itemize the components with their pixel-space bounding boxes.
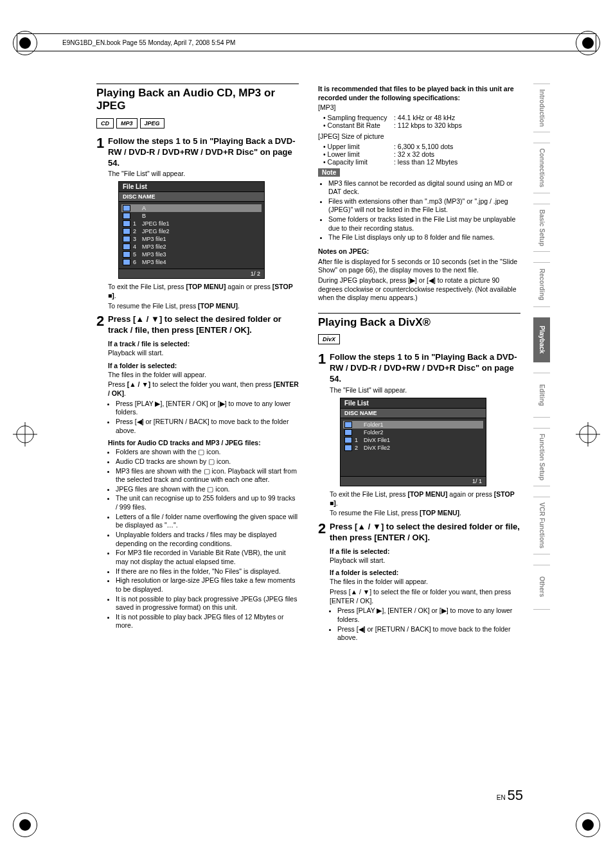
badge-divx: DivX xyxy=(318,334,340,344)
jpeg-notes-2: During JPEG playback, press [▶] or [◀] t… xyxy=(318,276,520,303)
file-list-row: 1DivX File1 xyxy=(343,436,483,444)
list-item: The unit can recognise up to 255 folders… xyxy=(116,494,299,511)
mp3-icon xyxy=(123,244,130,250)
list-item: Press [PLAY ▶], [ENTER / OK] or [▶] to m… xyxy=(116,400,299,417)
list-item: MP3 files are shown with the ▢ icon. Pla… xyxy=(116,467,299,484)
title-divx: Playing Back a DivX® xyxy=(318,313,520,329)
registration-mark-right xyxy=(576,422,600,447)
step-1-text: Follow the steps 1 to 5 in "Playing Back… xyxy=(108,136,299,169)
tab-editing[interactable]: Editing xyxy=(533,373,550,418)
list-item: Files with extensions other than ".mp3 (… xyxy=(328,197,520,215)
crop-mark-br xyxy=(576,813,600,837)
folder-icon xyxy=(344,421,352,428)
file-list-row: Folder2 xyxy=(343,429,483,436)
file-list-box: File List DISC NAME A B 1JPEG file1 2JPE… xyxy=(118,181,265,279)
step-number-2: 2 xyxy=(318,522,330,544)
spec-row: Sampling frequency44.1 kHz or 48 kHz xyxy=(318,114,520,121)
divx-step-1-note: The "File List" will appear. xyxy=(318,386,520,394)
tab-introduction[interactable]: Introduction xyxy=(533,84,550,132)
divx-folder-selected-head: If a folder is selected: xyxy=(330,569,520,576)
step-number-2: 2 xyxy=(96,314,108,336)
jpeg-icon xyxy=(123,220,130,227)
divx-step-2-text: Press [▲ / ▼] to select the desired fold… xyxy=(330,522,520,544)
spec-row: Capacity limitless than 12 Mbytes xyxy=(318,158,520,166)
track-selected-body: Playback will start. xyxy=(108,349,299,358)
list-item: For MP3 file recorded in Variable Bit Ra… xyxy=(116,549,299,566)
tab-others[interactable]: Others xyxy=(533,565,550,610)
list-item: Audio CD tracks are shown by ▢ icon. xyxy=(116,457,299,466)
note-tag: Note xyxy=(318,168,340,177)
crop-mark-tl xyxy=(13,31,37,55)
page-lang: EN xyxy=(497,794,506,801)
list-item: Letters of a file / folder name overflow… xyxy=(116,513,299,530)
nav-bullets: Press [PLAY ▶], [ENTER / OK] or [▶] to m… xyxy=(96,400,299,436)
divx-folder-body1: The files in the folder will appear. xyxy=(330,578,520,587)
file-list-row: A xyxy=(121,204,262,212)
crop-mark-tr xyxy=(576,31,600,55)
spec-row: Constant Bit Rate112 kbps to 320 kbps xyxy=(318,121,520,129)
list-item: Press [PLAY ▶], [ENTER / OK] or [▶] to m… xyxy=(337,607,520,624)
divx-exit-text: To exit the File List, press [TOP MENU] … xyxy=(330,490,520,508)
left-column: Playing Back an Audio CD, MP3 or JPEG CD… xyxy=(96,84,299,644)
page-number: EN 55 xyxy=(497,787,523,804)
crop-header-text: E9NG1BD_EN.book Page 55 Monday, April 7,… xyxy=(62,39,235,46)
right-column: It is recommended that files to be playe… xyxy=(318,84,520,644)
file-list-row: 6MP3 file4 xyxy=(121,258,262,266)
spec-row: Lower limit32 x 32 dots xyxy=(318,150,520,158)
list-item: Press [◀] or [RETURN / BACK] to move bac… xyxy=(337,625,520,642)
mp3-icon xyxy=(123,251,130,258)
list-item: High resolution or large-size JPEG files… xyxy=(116,576,299,594)
folder-selected-head: If a folder is selected: xyxy=(108,362,299,369)
jpeg-icon xyxy=(123,228,130,235)
resume-file-list-text: To resume the File List, press [TOP MENU… xyxy=(108,302,299,311)
file-list-subtitle: DISC NAME xyxy=(341,409,486,418)
tab-vcr-functions[interactable]: VCR Functions xyxy=(533,497,550,554)
jpeg-notes-head: Notes on JPEG: xyxy=(318,247,520,256)
divx-folder-body2: Press [▲ / ▼] to select the file or fold… xyxy=(330,588,520,605)
step-1-note: The "File List" will appear. xyxy=(96,170,299,177)
list-item: JPEG files are shown with the ▢ icon. xyxy=(116,485,299,494)
file-list-title: File List xyxy=(119,182,264,192)
badge-cd: CD xyxy=(96,118,114,128)
list-item: Press [◀] or [RETURN / BACK] to move bac… xyxy=(116,418,299,435)
folder-icon xyxy=(344,429,352,436)
mp3-icon xyxy=(123,236,130,242)
list-item: Folders are shown with the ▢ icon. xyxy=(116,448,299,457)
tab-basic-setup[interactable]: Basic Setup xyxy=(533,204,550,252)
divx-step-1-text: Follow the steps 1 to 5 in "Playing Back… xyxy=(330,352,520,385)
divx-file-list-box: File List DISC NAME Folder1 Folder2 1Div… xyxy=(340,398,486,486)
crop-header: E9NG1BD_EN.book Page 55 Monday, April 7,… xyxy=(17,33,596,51)
list-item: Some folders or tracks listed in the Fil… xyxy=(328,215,520,233)
file-list-title: File List xyxy=(341,398,486,409)
tab-function-setup[interactable]: Function Setup xyxy=(533,428,550,486)
file-list-row: 2DivX File2 xyxy=(343,444,483,452)
list-item: It is not possible to play back progress… xyxy=(116,595,299,612)
badge-jpeg: JPEG xyxy=(140,118,164,128)
step-2-text: Press [▲ / ▼] to select the desired fold… xyxy=(108,314,299,336)
tab-recording[interactable]: Recording xyxy=(533,262,550,307)
exit-file-list-text: To exit the File List, press [TOP MENU] … xyxy=(108,283,299,300)
divx-nav-bullets: Press [PLAY ▶], [ENTER / OK] or [▶] to m… xyxy=(318,607,520,642)
badge-mp3: MP3 xyxy=(116,118,138,128)
tab-playback[interactable]: Playback xyxy=(533,317,550,362)
file-list-row: 4MP3 file2 xyxy=(121,243,262,251)
disc-badges: CD MP3 JPEG xyxy=(96,118,299,128)
divx-resume-text: To resume the File List, press [TOP MENU… xyxy=(330,509,520,518)
list-item: If there are no files in the folder, "No… xyxy=(116,567,299,576)
folder-selected-body2: Press [▲ / ▼] to select the folder you w… xyxy=(108,380,299,398)
spec-row: Upper limit6,300 x 5,100 dots xyxy=(318,143,520,150)
track-selected-head: If a track / file is selected: xyxy=(108,340,299,348)
list-item: It is not possible to play back JPEG fil… xyxy=(116,613,299,630)
divx-file-selected-head: If a file is selected: xyxy=(330,547,520,555)
crop-mark-bl xyxy=(13,813,37,837)
divx-file-selected-body: Playback will start. xyxy=(330,556,520,565)
list-item: MP3 files cannot be recorded as digital … xyxy=(328,179,520,197)
file-list-row: 5MP3 file3 xyxy=(121,251,262,258)
tab-connections[interactable]: Connections xyxy=(533,143,550,193)
registration-mark-left xyxy=(13,422,37,447)
jpeg-label: [JPEG] Size of picture xyxy=(318,132,520,141)
mp3-label: [MP3] xyxy=(318,103,520,112)
folder-selected-body1: The files in the folder will appear. xyxy=(108,371,299,380)
file-list-subtitle: DISC NAME xyxy=(119,192,264,202)
folder-icon xyxy=(123,205,130,211)
